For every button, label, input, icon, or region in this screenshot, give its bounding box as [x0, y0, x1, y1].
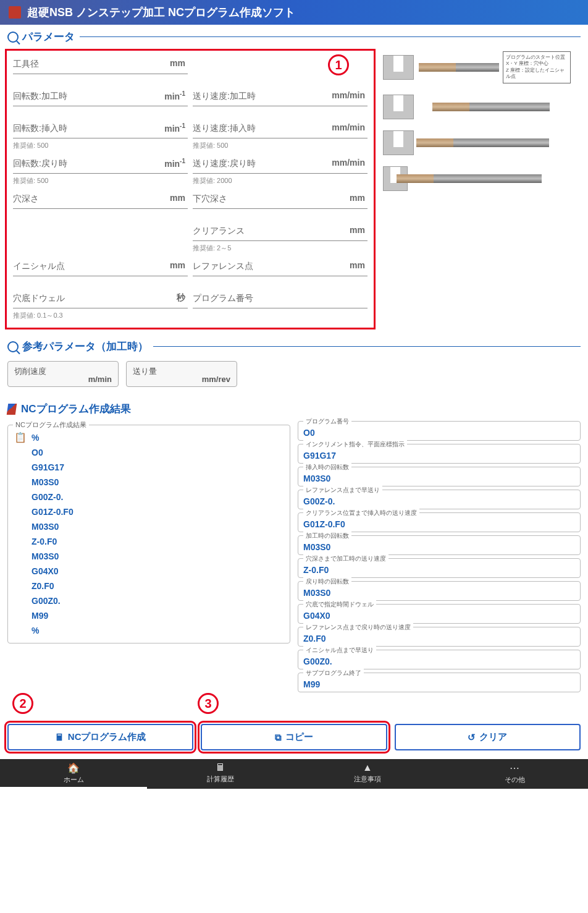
divider	[153, 346, 581, 347]
section-title-ref: 参考パラメータ（加工時）	[22, 339, 148, 354]
code-line: G01Z-0.F0	[13, 504, 285, 519]
warning-icon: ▲	[363, 762, 372, 773]
hole-diagram-icon	[383, 130, 414, 155]
explain-item: 加工時の回転数M03S0	[298, 535, 581, 555]
hole-diagram-icon	[383, 55, 414, 80]
ref-cutting-speed: 切削速度 m/min	[7, 361, 119, 387]
drill-tip-icon	[419, 63, 456, 72]
drill-tip-icon	[397, 174, 434, 183]
explain-code: M03S0	[303, 470, 575, 483]
nav-history[interactable]: 🖩 計算履歴	[147, 759, 294, 789]
field-feed-cut[interactable]: 送り速度:加工時mm/min	[190, 87, 370, 119]
explain-code: O0	[303, 424, 575, 438]
field-prehole-depth[interactable]: 下穴深さmm	[190, 189, 370, 221]
field-rpm-insert[interactable]: 回転数:挿入時min-1 推奨値: 500	[10, 119, 190, 154]
flag-icon	[7, 404, 17, 415]
create-program-button[interactable]: 🖩 NCプログラム作成	[7, 724, 193, 750]
drill-tip-icon	[432, 103, 469, 111]
explain-item: 挿入時の回転数M03S0	[298, 467, 581, 486]
output-legend: NCプログラム作成結果	[13, 420, 89, 430]
field-clearance[interactable]: クリアランスmm 推奨値: 2～5	[190, 221, 370, 257]
explain-label: クリアランス位置まで挿入時の送り速度	[303, 509, 419, 517]
code-line: %	[13, 623, 285, 638]
section-header-ref: 参考パラメータ（加工時）	[0, 334, 588, 359]
explain-item: 穴深さまで加工時の送り速度Z-0.F0	[298, 558, 581, 578]
clear-button[interactable]: ↺ クリア	[395, 724, 581, 750]
params-panel: 1 工具径mm 回転数:加工時min-1 送り速度:加工時mm/min 回転数:…	[5, 49, 376, 329]
field-dwell[interactable]: 穴底ドウェル秒 推奨値: 0.1～0.3	[10, 289, 190, 324]
copy-button[interactable]: ⧉ コピー	[201, 724, 387, 750]
search-icon	[7, 32, 19, 43]
explain-label: サブプログラム終了	[303, 669, 364, 677]
explain-item: 穴底で指定時間ドウェルG04X0	[298, 604, 581, 624]
section-title-results: NCプログラム作成結果	[21, 402, 131, 416]
explain-label: インクリメント指令、平面座標指示	[303, 440, 407, 449]
explain-code: Z0.F0	[303, 630, 575, 643]
explain-item: プログラム番号O0	[298, 421, 581, 441]
explain-code: M99	[303, 676, 575, 689]
nc-code-output: NCプログラム作成結果 📋 %O0G91G17M03S0G00Z-0.G01Z-…	[7, 425, 290, 643]
explain-item: レファレンス点まで戻り時の送り速度Z0.F0	[298, 627, 581, 647]
explain-label: 挿入時の回転数	[303, 463, 351, 472]
drill-shaft-icon	[453, 138, 549, 147]
code-line: G91G17	[13, 460, 285, 475]
calculator-icon: 🖩	[216, 762, 225, 773]
section-title-params: パラメータ	[22, 30, 75, 44]
field-rpm-return[interactable]: 回転数:戻り時min-1 推奨値: 500	[10, 154, 190, 189]
code-line: O0	[13, 445, 285, 460]
explain-label: レファレンス点まで戻り時の送り速度	[303, 623, 413, 632]
explain-code: G04X0	[303, 607, 575, 621]
explain-label: 穴底で指定時間ドウェル	[303, 600, 376, 609]
code-line: G00Z-0.	[13, 490, 285, 504]
field-rpm-cut[interactable]: 回転数:加工時min-1	[10, 87, 190, 119]
reset-icon: ↺	[468, 732, 476, 743]
code-line: G00Z0.	[13, 593, 285, 608]
explain-code: G01Z-0.F0	[303, 516, 575, 529]
field-reference-pt[interactable]: レファレンス点mm	[190, 257, 370, 289]
home-icon: 🏠	[67, 762, 80, 774]
explain-label: イニシャル点まで早送り	[303, 646, 376, 655]
app-title: 超硬NSB ノンステップ加工 NCプログラム作成ソフト	[27, 5, 295, 20]
field-initial-pt[interactable]: イニシャル点mm	[10, 257, 190, 289]
field-hole-depth[interactable]: 穴深さmm	[10, 189, 190, 221]
explain-code: G91G17	[303, 447, 575, 461]
code-line: %	[13, 430, 285, 445]
explain-item: サブプログラム終了M99	[298, 673, 581, 692]
drill-tip-icon	[416, 138, 453, 147]
hole-diagram-icon	[383, 95, 414, 119]
section-header-results: NCプログラム作成結果	[0, 397, 588, 421]
nav-other[interactable]: ⋯ その他	[441, 759, 588, 789]
clipboard-icon[interactable]: 📋	[14, 431, 27, 443]
callout-badge-2: 2	[12, 693, 33, 714]
search-icon	[7, 341, 19, 352]
code-line: M99	[13, 608, 285, 623]
field-prog-num[interactable]: プログラム番号	[190, 289, 370, 324]
field-tool-dia[interactable]: 工具径mm	[10, 54, 190, 87]
section-header-params: パラメータ	[0, 25, 588, 49]
divider	[80, 36, 581, 37]
explain-item: レファレンス点まで早送りG00Z-0.	[298, 490, 581, 509]
drill-shaft-icon	[469, 103, 550, 111]
explain-code: M03S0	[303, 584, 575, 598]
callout-badge-1: 1	[328, 54, 349, 75]
code-line: M03S0	[13, 519, 285, 534]
explain-item: インクリメント指令、平面座標指示G91G17	[298, 444, 581, 464]
start-position-info: プログラムのスタート位置 X・Y 座標：穴中心 Z 座標：設定したイニシャル点	[503, 51, 571, 83]
callout-badge-3: 3	[198, 693, 219, 714]
explain-item: イニシャル点まで早送りG00Z0.	[298, 650, 581, 669]
explain-label: 戻り時の回転数	[303, 577, 351, 586]
explain-item: 戻り時の回転数M03S0	[298, 581, 581, 601]
explain-label: レファレンス点まで早送り	[303, 486, 382, 495]
explain-label: プログラム番号	[303, 417, 351, 426]
code-line: M03S0	[13, 475, 285, 490]
explain-code: G00Z0.	[303, 653, 575, 666]
field-feed-return[interactable]: 送り速度:戻り時mm/min 推奨値: 2000	[190, 154, 370, 189]
explain-code: Z-0.F0	[303, 561, 575, 575]
explain-code: M03S0	[303, 538, 575, 552]
explain-code: G00Z-0.	[303, 493, 575, 506]
ref-feed-amount: 送り量 mm/rev	[126, 361, 237, 387]
nav-home[interactable]: 🏠 ホーム	[0, 759, 147, 789]
app-header: 超硬NSB ノンステップ加工 NCプログラム作成ソフト	[0, 0, 588, 25]
nav-caution[interactable]: ▲ 注意事項	[294, 759, 441, 789]
field-feed-insert[interactable]: 送り速度:挿入時mm/min 推奨値: 500	[190, 119, 370, 154]
